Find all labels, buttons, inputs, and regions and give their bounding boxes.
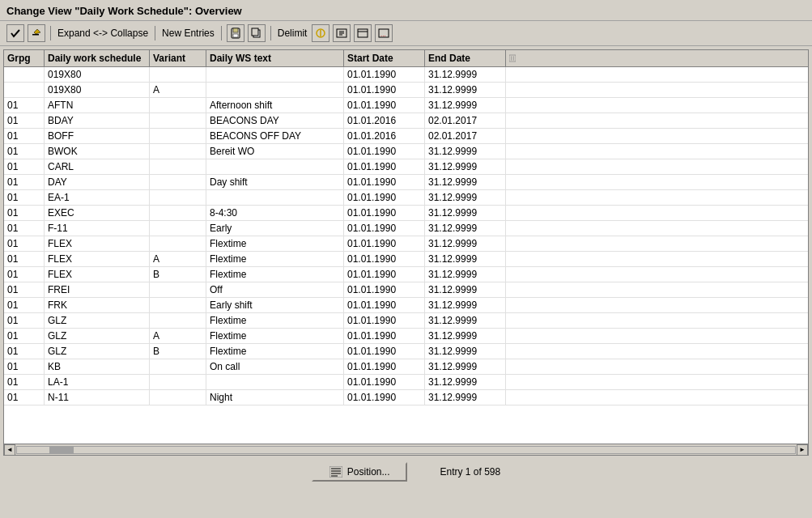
main-content: Grpg Daily work schedule Variant Daily W… xyxy=(0,46,812,491)
table-row[interactable]: 01BDAYBEACONS DAY01.01.201602.01.2017 xyxy=(4,113,808,129)
table-body[interactable]: 019X8001.01.199031.12.9999019X80A01.01.1… xyxy=(4,67,808,444)
table-cell: 01.01.1990 xyxy=(344,67,425,82)
check-icon-btn[interactable] xyxy=(6,24,24,42)
table-row[interactable]: 01FLEXFlextime01.01.199031.12.9999 xyxy=(4,236,808,252)
table-cell xyxy=(206,159,344,174)
table-cell: 01.01.1990 xyxy=(344,390,425,405)
table-cell: FREI xyxy=(45,282,150,297)
col-header-grpg[interactable]: Grpg xyxy=(4,50,45,66)
table-row[interactable]: 019X8001.01.199031.12.9999 xyxy=(4,67,808,83)
save-icon-btn[interactable] xyxy=(227,24,244,42)
table-cell: 01.01.1990 xyxy=(344,298,425,312)
table-row[interactable]: 01EXEC8-4:3001.01.199031.12.9999 xyxy=(4,206,808,221)
table-row[interactable]: 01LA-101.01.199031.12.9999 xyxy=(4,375,808,390)
table-cell: 01 xyxy=(4,113,45,128)
toolbar-btn-7[interactable]: ... xyxy=(375,24,393,42)
table-cell: EXEC xyxy=(45,206,150,220)
table-cell: 01.01.1990 xyxy=(344,329,425,343)
svg-rect-3 xyxy=(233,28,238,32)
table-cell xyxy=(150,282,206,297)
toolbar-btn-5[interactable] xyxy=(333,24,351,42)
table-cell: 01.01.1990 xyxy=(344,159,425,174)
table-cell-empty xyxy=(506,83,519,97)
col-header-dws[interactable]: Daily work schedule xyxy=(45,50,150,66)
h-scroll-track[interactable] xyxy=(16,446,796,454)
table-cell xyxy=(150,98,206,113)
table-cell: 31.12.9999 xyxy=(425,298,506,312)
table-row[interactable]: 01GLZBFlextime01.01.199031.12.9999 xyxy=(4,344,808,359)
col-header-start[interactable]: Start Date xyxy=(344,50,425,66)
toolbar: Expand <-> Collapse New Entries Delimit … xyxy=(0,21,812,46)
table-row[interactable]: 01AFTNAfternoon shift01.01.199031.12.999… xyxy=(4,98,808,113)
table-row[interactable]: 01F-11Early01.01.199031.12.9999 xyxy=(4,221,808,236)
table-row[interactable]: 019X80A01.01.199031.12.9999 xyxy=(4,83,808,98)
table-cell: 31.12.9999 xyxy=(425,329,506,343)
table-cell: LA-1 xyxy=(45,375,150,389)
table-cell: BEACONS OFF DAY xyxy=(206,129,344,143)
h-scroll-right-btn[interactable]: ► xyxy=(797,444,808,456)
svg-marker-1 xyxy=(34,29,40,34)
expand-collapse-label[interactable]: Expand <-> Collapse xyxy=(56,28,150,39)
position-button[interactable]: Position... xyxy=(312,462,408,482)
table-cell: 01.01.1990 xyxy=(344,359,425,374)
delimit-label[interactable]: Delimit xyxy=(276,28,309,39)
table-row[interactable]: 01KBOn call01.01.199031.12.9999 xyxy=(4,359,808,375)
table-cell: 31.12.9999 xyxy=(425,282,506,297)
table-cell: 01 xyxy=(4,236,45,251)
table-cell: FLEX xyxy=(45,252,150,266)
edit-icon-btn[interactable] xyxy=(28,24,45,42)
table-row[interactable]: 01N-11Night01.01.199031.12.9999 xyxy=(4,390,808,405)
svg-rect-13 xyxy=(358,29,368,37)
table-row[interactable]: 01FLEXAFlextime01.01.199031.12.9999 xyxy=(4,252,808,267)
table-row[interactable]: 01FREIOff01.01.199031.12.9999 xyxy=(4,282,808,298)
table-cell: 01 xyxy=(4,144,45,159)
table-cell-empty xyxy=(506,344,519,359)
table-cell: 01 xyxy=(4,390,45,405)
svg-rect-4 xyxy=(233,34,238,37)
table-row[interactable]: 01GLZFlextime01.01.199031.12.9999 xyxy=(4,313,808,329)
table-header: Grpg Daily work schedule Variant Daily W… xyxy=(4,50,808,67)
toolbar-btn-6[interactable] xyxy=(354,24,372,42)
table-row[interactable]: 01GLZAFlextime01.01.199031.12.9999 xyxy=(4,329,808,344)
toolbar-separator-2 xyxy=(155,26,155,40)
col-header-variant[interactable]: Variant xyxy=(150,50,206,66)
table-cell xyxy=(150,298,206,312)
table-cell xyxy=(206,67,344,82)
table-cell: 01 xyxy=(4,298,45,312)
table-row[interactable]: 01BWOKBereit WO01.01.199031.12.9999 xyxy=(4,144,808,159)
col-header-text[interactable]: Daily WS text xyxy=(206,50,344,66)
table-row[interactable]: 01BOFFBEACONS OFF DAY01.01.201602.01.201… xyxy=(4,129,808,144)
toolbar-separator-1 xyxy=(50,26,51,40)
table-cell: Flextime xyxy=(206,329,344,343)
table-cell: 31.12.9999 xyxy=(425,252,506,266)
table-cell: 31.12.9999 xyxy=(425,175,506,189)
table-row[interactable]: 01FRKEarly shift01.01.199031.12.9999 xyxy=(4,298,808,313)
table-cell: A xyxy=(150,83,206,97)
delimit-icon-btn[interactable] xyxy=(312,24,329,42)
table-cell: 01.01.1990 xyxy=(344,221,425,236)
table-row[interactable]: 01DAYDay shift01.01.199031.12.9999 xyxy=(4,175,808,190)
table-cell-empty xyxy=(506,221,519,236)
table-cell xyxy=(4,67,45,82)
h-scroll-left-btn[interactable]: ◄ xyxy=(4,444,15,456)
svg-text:...: ... xyxy=(380,31,386,38)
table-cell xyxy=(206,375,344,389)
new-entries-label[interactable]: New Entries xyxy=(160,28,216,39)
table-row[interactable]: 01EA-101.01.199031.12.9999 xyxy=(4,190,808,206)
table-cell xyxy=(150,313,206,328)
table-row[interactable]: 01CARL01.01.199031.12.9999 xyxy=(4,159,808,175)
entry-info: Entry 1 of 598 xyxy=(440,466,500,478)
col-header-end[interactable]: End Date xyxy=(425,50,506,66)
table-row[interactable]: 01FLEXBFlextime01.01.199031.12.9999 xyxy=(4,267,808,282)
table-cell xyxy=(150,113,206,128)
table-cell-empty xyxy=(506,236,519,251)
table-cell: B xyxy=(150,344,206,359)
table-cell: 01 xyxy=(4,329,45,343)
table-cell: On call xyxy=(206,359,344,374)
table-cell: 01 xyxy=(4,313,45,328)
position-btn-label: Position... xyxy=(347,466,390,478)
table-cell: 01.01.1990 xyxy=(344,375,425,389)
table-cell xyxy=(150,390,206,405)
col-resize-handle[interactable] xyxy=(506,50,519,66)
copy-icon-btn[interactable] xyxy=(248,24,266,42)
